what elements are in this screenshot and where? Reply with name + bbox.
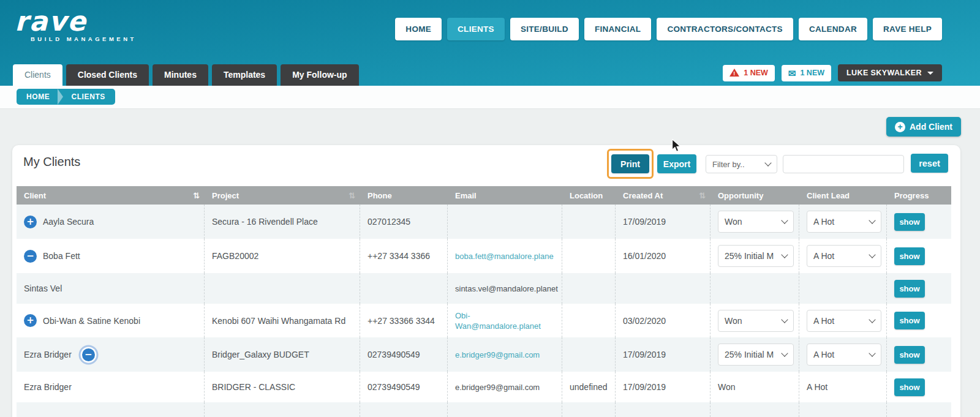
table-row: Ezra BridgerBRIDGER - CLASSIC02739490549… <box>17 372 951 402</box>
sort-icon[interactable]: ⇅ <box>699 191 706 200</box>
created-at-cell: 03/02/2020 <box>616 304 710 337</box>
client-lead-select[interactable]: A Hot <box>807 310 881 332</box>
reset-button[interactable]: reset <box>911 154 948 173</box>
expand-circle-icon[interactable]: + <box>24 216 37 228</box>
client-name-text: Sintas Vel <box>24 284 62 293</box>
tab-clients[interactable]: Clients <box>13 64 62 86</box>
show-button[interactable]: show <box>894 378 925 396</box>
opportunity-select[interactable]: Won <box>718 211 794 233</box>
tab-closed-clients[interactable]: Closed Clients <box>66 64 149 86</box>
opportunity-cell <box>710 273 799 304</box>
nav-financial[interactable]: FINANCIAL <box>584 18 651 40</box>
client-lead-value: A Hot <box>813 217 834 227</box>
table-body: +Aayla SecuraSecura - 16 Rivendell Place… <box>17 205 951 417</box>
logo-wordmark: rave <box>15 7 137 36</box>
column-header-label: Opportunity <box>718 191 763 200</box>
nav-rave-help[interactable]: RAVE HELP <box>873 18 942 40</box>
column-header-progress[interactable]: Progress <box>887 186 951 205</box>
project-cell <box>205 273 360 304</box>
project-cell: FAGB20002 <box>205 239 360 273</box>
created-at-cell: 17/09/2019 <box>616 372 710 402</box>
sort-icon[interactable]: ⇅ <box>193 191 200 200</box>
chevron-down-icon <box>927 72 933 75</box>
email-text: boba.fett@mandalore.plane <box>455 252 554 261</box>
client-lead-cell: A Hot <box>799 304 887 337</box>
email-link[interactable]: Obi- Wan@mandalore.planet <box>448 304 562 337</box>
filter-by-select[interactable]: Filter by.. <box>706 155 777 173</box>
opportunity-select[interactable]: 25% Initial M <box>718 245 794 267</box>
sort-icon[interactable]: ⇅ <box>349 191 355 200</box>
nav-site-build[interactable]: SITE/BUILD <box>510 18 579 40</box>
empty-cell <box>17 402 205 417</box>
envelope-icon: ✉ <box>788 69 796 78</box>
opportunity-select[interactable]: 25% Initial M <box>718 344 794 366</box>
collapse-circle-icon[interactable]: − <box>82 348 95 361</box>
add-client-button[interactable]: + Add Client <box>886 117 961 137</box>
main-nav: HOMECLIENTSSITE/BUILDFINANCIALCONTRACTOR… <box>395 18 942 40</box>
page-title: My Clients <box>23 155 80 169</box>
empty-cell <box>448 402 562 417</box>
table-row: −Boba FettFAGB20002++27 3344 3366boba.fe… <box>17 239 951 273</box>
nav-calendar[interactable]: CALENDAR <box>799 18 867 40</box>
filter-input[interactable] <box>783 155 904 173</box>
my-clients-card: My Clients Print Export Filter by.. rese… <box>12 145 960 417</box>
location-cell <box>562 239 616 273</box>
location-cell <box>562 205 616 239</box>
client-lead-cell: A Hot <box>799 205 887 239</box>
show-button[interactable]: show <box>894 280 925 298</box>
top-header: rave BUILD MANAGEMENT HOMECLIENTSSITE/BU… <box>0 0 980 86</box>
show-button[interactable]: show <box>894 213 925 231</box>
breadcrumb-home[interactable]: HOME <box>26 92 50 101</box>
alerts-badge[interactable]: 1 NEW <box>723 65 775 81</box>
email-link[interactable]: boba.fett@mandalore.plane <box>448 239 562 273</box>
progress-cell: show <box>887 273 951 304</box>
show-button[interactable]: show <box>894 346 925 364</box>
collapse-circle-icon[interactable]: − <box>24 250 37 263</box>
created-at-cell: 17/09/2019 <box>616 205 710 239</box>
nav-clients[interactable]: CLIENTS <box>447 18 505 40</box>
column-header-email[interactable]: Email <box>448 186 562 205</box>
breadcrumb-clients[interactable]: CLIENTS <box>71 92 105 101</box>
tab-minutes[interactable]: Minutes <box>153 64 208 86</box>
column-header-phone[interactable]: Phone <box>360 186 448 205</box>
column-header-client[interactable]: Client⇅ <box>17 186 205 205</box>
client-name-text: Ezra Bridger <box>24 382 72 392</box>
email-text: e.bridger99@gmail.com <box>455 383 540 392</box>
print-button[interactable]: Print <box>611 154 649 173</box>
tab-templates[interactable]: Templates <box>212 64 277 86</box>
column-header-project[interactable]: Project⇅ <box>205 186 360 205</box>
client-name: Ezra Bridger− <box>24 348 95 361</box>
tab-my-follow-up[interactable]: My Follow-up <box>281 64 358 86</box>
column-header-opportunity[interactable]: Opportunity <box>710 186 799 205</box>
project-cell: Kenobi 607 Waihi Whangamata Rd <box>205 304 360 337</box>
client-lead-select[interactable]: A Hot <box>807 344 881 366</box>
breadcrumb: HOME CLIENTS <box>17 89 115 105</box>
phone-cell: 027012345 <box>360 205 448 239</box>
warning-icon <box>729 69 739 77</box>
email-link[interactable]: e.bridger99@gmail.com <box>448 337 562 372</box>
nav-home[interactable]: HOME <box>395 18 442 40</box>
created-at-cell: 16/01/2020 <box>616 239 710 273</box>
breadcrumb-bar: HOME CLIENTS <box>0 86 980 109</box>
created-at-cell: 17/09/2019 <box>616 337 710 372</box>
column-header-client-lead[interactable]: Client Lead <box>799 186 887 205</box>
nav-contractors-contacts[interactable]: CONTRACTORS/CONTACTS <box>657 18 793 40</box>
email-cell <box>448 205 562 239</box>
show-button[interactable]: show <box>894 312 925 329</box>
opportunity-cell: 25% Initial M <box>710 337 799 372</box>
export-button[interactable]: Export <box>657 154 696 173</box>
progress-cell: show <box>887 337 951 372</box>
client-lead-select[interactable]: A Hot <box>807 245 881 267</box>
column-header-location[interactable]: Location <box>562 186 616 205</box>
opportunity-cell: Won <box>710 205 799 239</box>
expand-circle-icon[interactable]: + <box>24 314 37 327</box>
user-menu-button[interactable]: LUKE SKYWALKER <box>838 64 942 81</box>
messages-badge[interactable]: ✉ 1 NEW <box>782 65 831 81</box>
show-button[interactable]: show <box>894 247 925 265</box>
client-name: Ezra Bridger <box>24 382 72 392</box>
client-lead-select[interactable]: A Hot <box>807 211 881 233</box>
column-header-created-at[interactable]: Created At⇅ <box>616 186 710 205</box>
progress-cell: show <box>887 372 951 402</box>
opportunity-value: 25% Initial M <box>725 251 774 261</box>
opportunity-select[interactable]: Won <box>718 310 794 332</box>
